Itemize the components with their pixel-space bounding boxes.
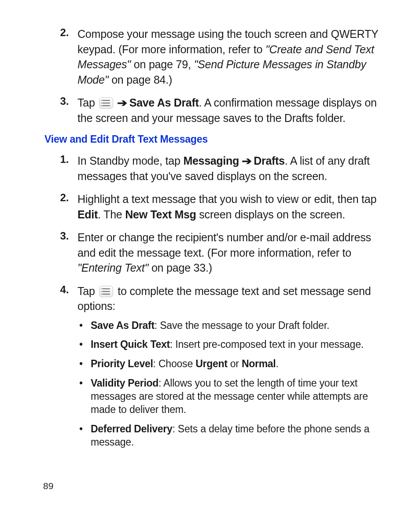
step-marker: 3.	[43, 95, 77, 125]
step-item: 1. In Standby mode, tap Messaging ➔ Draf…	[43, 153, 389, 184]
menu-icon	[99, 286, 113, 297]
page-number: 89	[43, 481, 53, 491]
step-marker: 2.	[43, 26, 77, 87]
step-marker: 1.	[43, 153, 77, 184]
bullet-marker: •	[77, 423, 91, 449]
step-body: Enter or change the recipient's number a…	[77, 230, 389, 276]
top-step-list: 2. Compose your message using the touch …	[43, 26, 389, 125]
list-item: • Priority Level: Choose Urgent or Norma…	[77, 358, 389, 371]
step-marker: 3.	[43, 230, 77, 276]
arrow-icon: ➔	[117, 96, 127, 110]
bullet-body: Priority Level: Choose Urgent or Normal.	[91, 358, 389, 371]
step-item: 2. Compose your message using the touch …	[43, 26, 389, 87]
step-item: 4. Tap to complete the message text and …	[43, 284, 389, 455]
step-item: 3. Tap ➔ Save As Draft. A confirmation m…	[43, 95, 389, 125]
document-page: 2. Compose your message using the touch …	[0, 0, 420, 516]
step-body-line: Tap to complete the message text and set…	[77, 285, 371, 313]
step-marker: 4.	[43, 284, 77, 455]
list-item: • Save As Draft: Save the message to you…	[77, 319, 389, 332]
step-body: Compose your message using the touch scr…	[77, 26, 389, 87]
section-heading: View and Edit Draft Text Messages	[44, 133, 389, 145]
bullet-body: Save As Draft: Save the message to your …	[91, 319, 389, 332]
bullet-marker: •	[77, 377, 91, 416]
step-body: Tap ➔ Save As Draft. A confirmation mess…	[77, 95, 389, 125]
bullet-body: Deferred Delivery: Sets a delay time bef…	[91, 423, 389, 449]
list-item: • Validity Period: Allows you to set the…	[77, 377, 389, 416]
step-body: Highlight a text message that you wish t…	[77, 192, 389, 222]
bullet-body: Insert Quick Text: Insert pre-composed t…	[91, 338, 389, 351]
step-body: Tap to complete the message text and set…	[77, 284, 389, 455]
step-item: 3. Enter or change the recipient's numbe…	[43, 230, 389, 276]
bullet-marker: •	[77, 338, 91, 351]
section-step-list: 1. In Standby mode, tap Messaging ➔ Draf…	[43, 153, 389, 455]
menu-icon	[99, 97, 113, 109]
bullet-marker: •	[77, 319, 91, 332]
step-item: 2. Highlight a text message that you wis…	[43, 192, 389, 222]
list-item: • Deferred Delivery: Sets a delay time b…	[77, 423, 389, 449]
option-list: • Save As Draft: Save the message to you…	[77, 319, 389, 449]
step-marker: 2.	[43, 192, 77, 222]
bullet-body: Validity Period: Allows you to set the l…	[91, 377, 389, 416]
step-body: In Standby mode, tap Messaging ➔ Drafts.…	[77, 153, 389, 184]
bullet-marker: •	[77, 358, 91, 371]
arrow-icon: ➔	[241, 154, 251, 168]
list-item: • Insert Quick Text: Insert pre-composed…	[77, 338, 389, 351]
